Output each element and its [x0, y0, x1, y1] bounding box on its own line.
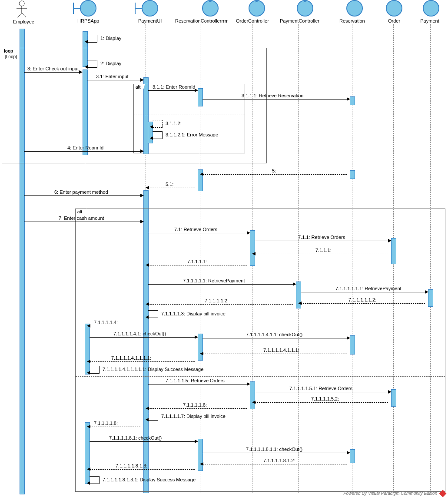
lifeline-label: Order — [386, 18, 402, 23]
message-label: 7.1.1.1.1.4: — [94, 320, 118, 325]
lifeline-payment: Payment — [423, 0, 439, 23]
msg-7-1-1-1-1-8-1-3-1: 7.1.1.1.1.8.1.3.1: Display Success Messa… — [90, 476, 100, 484]
lifeline-label: Payment — [420, 18, 439, 23]
actor-employee: Employee — [13, 0, 30, 24]
message-label: 7.1.1: Retrieve Orders — [298, 235, 345, 240]
lifeline-label: ReservationControllerrrrr — [175, 18, 228, 23]
message-label: 7.1.1.1.1.8.1.3.1: Display Success Messa… — [103, 477, 196, 482]
footer-text: Powered By Visual Paradigm Community Edi… — [343, 491, 437, 496]
message-label: 4: Enter Room Id — [67, 145, 103, 150]
message-label: 7.1.1.1.1.4.1.1.1.1.1: Display Success M… — [103, 367, 203, 372]
actor-icon — [13, 0, 30, 18]
message-label: 7.1.1.1.1.6: — [183, 402, 207, 408]
boundary-icon — [142, 0, 158, 17]
lifeline-paymentcontroller: PaymentController — [291, 0, 319, 23]
message-label: 7.1.1.1.1.8.1.1: checkOut() — [246, 447, 302, 452]
lifeline-label: PaymentController — [280, 18, 319, 23]
fragment-divider — [76, 376, 445, 377]
message-label: 5: — [272, 168, 276, 173]
lifeline-label: HRPSApp — [77, 18, 99, 23]
control-icon — [297, 0, 313, 17]
message-label: 3.1.1.2: — [166, 121, 182, 126]
message-label: 7.1.1.1: — [315, 248, 332, 253]
fragment-alt-1: alt — [133, 84, 245, 153]
message-label: 3.1: Enter input — [96, 74, 129, 79]
message-label: 7.1.1.1.1.5: Retrieve Orders — [166, 378, 225, 383]
message-label: 7.1.1.1.1.4.1: checkOut() — [113, 331, 166, 336]
message-label: 3: Enter Check out input — [27, 66, 79, 71]
message-label: 2: Display — [100, 61, 121, 66]
fragment-tag: alt — [75, 209, 87, 215]
message-label: 7.1.1.1.1.7: Display bill invoice — [161, 414, 226, 419]
control-icon — [202, 0, 219, 17]
activation — [350, 170, 355, 179]
msg-7-1-1-1-1-3: 7.1.1.1.1.3: Display bill invoice — [148, 310, 158, 318]
message-label: 7.1.1.1.1.8.1.2: — [263, 458, 295, 463]
message-label: 7.1.1.1.1: — [187, 259, 207, 264]
message-label: 3.1.1: Enter RoomId — [153, 84, 195, 89]
footer-watermark: Powered By Visual Paradigm Community Edi… — [343, 491, 445, 496]
boundary-icon — [80, 0, 96, 17]
message-label: 7.1.1.1.1.1.1: RetrievePayment — [335, 286, 402, 291]
entity-icon — [386, 0, 402, 17]
message-label: 5.1: — [166, 182, 173, 187]
lifeline-order: Order — [386, 0, 402, 23]
message-label: 6: Enter payment method — [54, 189, 108, 195]
message-label: 3.1.1.2.1: Error Message — [166, 132, 218, 137]
fragment-tag: alt — [133, 84, 145, 90]
message-label: 7.1.1.1.1.4.1.1.1: — [263, 348, 299, 353]
lifeline-label: Reservation — [339, 18, 365, 23]
fragment-guard: [Loop] — [5, 54, 17, 59]
msg-7-1-1-1-1-7: 7.1.1.1.1.7: Display bill invoice — [148, 413, 158, 421]
lifeline-reservation: Reservation — [345, 0, 365, 23]
message-label: 7.1.1.1.1.2: — [205, 298, 229, 303]
msg-7-1-1-1-1-4-1-1-1-1-1: 7.1.1.1.1.4.1.1.1.1.1: Display Success M… — [90, 366, 100, 374]
svg-point-0 — [19, 1, 24, 6]
svg-line-4 — [22, 13, 26, 17]
actor-label: Employee — [13, 19, 30, 24]
lifeline-reservationcontroller: ReservationControllerrrrr — [192, 0, 228, 23]
lifeline-hrpsapp: HRPSApp — [77, 0, 99, 23]
vp-logo-icon — [439, 490, 447, 497]
message-label: 7.1.1.1.1.8: — [94, 421, 118, 426]
fragment-tag: loop — [2, 48, 17, 54]
message-label: 3.1.1.1: Retrieve Reservation — [242, 93, 303, 98]
message-label: 7.1.1.1.1.8.1: checkOut() — [109, 435, 162, 441]
lifeline-ordercontroller: OrderController — [245, 0, 269, 23]
control-icon — [249, 0, 265, 17]
message-label: 7.1.1.1.1.5.2: — [311, 396, 339, 401]
msg-1-display: 1: Display — [87, 35, 97, 43]
lifeline-label: PaymentUI — [138, 18, 162, 23]
activation — [350, 96, 355, 105]
entity-icon — [423, 0, 439, 17]
message-label: 7.1.1.1.1.1.2: — [348, 297, 376, 302]
entity-icon — [346, 0, 363, 17]
message-label: 7.1.1.1.1.3: Display bill invoice — [161, 311, 226, 316]
fragment-divider — [134, 115, 245, 115]
message-label: 7.1: Retrieve Orders — [174, 227, 217, 232]
msg-3-1-1-2-1: 3.1.1.2.1: Error Message — [153, 131, 163, 139]
message-label: 7.1.1.1.1.1: RetrievePayment — [183, 278, 245, 283]
msg-3-1-1-2: 3.1.1.2: — [153, 120, 163, 128]
message-label: 7.1.1.1.1.4.1.1.1.1: — [111, 355, 151, 361]
message-label: 7.1.1.1.1.8.1.3: — [116, 463, 147, 468]
message-label: 1: Display — [100, 36, 121, 41]
msg-2-display: 2: Display — [87, 60, 97, 68]
message-label: 7.1.1.1.1.4.1.1: checkOut() — [246, 332, 302, 337]
lifeline-label: OrderController — [236, 18, 269, 23]
sequence-diagram: Employee HRPSApp PaymentUI ReservationCo… — [0, 0, 448, 497]
svg-line-3 — [17, 13, 22, 17]
message-label: 7.1.1.1.1.5.1: Retrieve Orders — [289, 386, 352, 391]
message-label: 7: Enter cash amount — [59, 215, 104, 221]
lifeline-paymentui: PaymentUI — [138, 0, 162, 23]
